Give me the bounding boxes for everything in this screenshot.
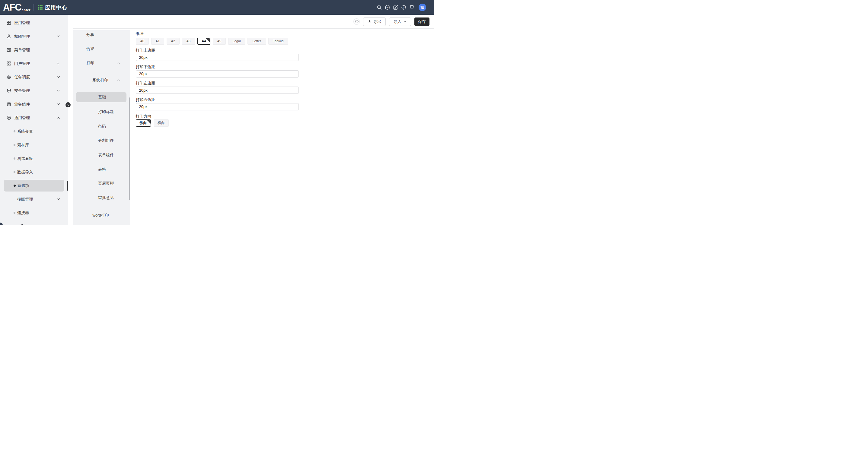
- sidebar-item-label: 安全管理: [14, 88, 30, 94]
- margin-left-label: 打印左边距: [136, 81, 434, 86]
- direction-landscape[interactable]: 横向: [154, 120, 169, 127]
- margin-bottom-input[interactable]: [136, 70, 299, 77]
- direction-label: 纵向: [140, 120, 147, 126]
- submenu-item-alert[interactable]: 告警: [86, 46, 94, 52]
- svg-text:AI: AI: [386, 6, 389, 8]
- sidebar-subitem-label: 模版管理: [17, 197, 33, 202]
- help-icon[interactable]: ?: [401, 4, 406, 10]
- paper-size-a3[interactable]: A3: [182, 38, 195, 45]
- paper-size-a4-selected[interactable]: A4: [197, 38, 211, 45]
- sidebar-subitem-label: 测试看板: [17, 156, 33, 161]
- content-area: 导出 导入 保存 分享 告警 打印: [68, 15, 434, 225]
- search-icon[interactable]: [376, 4, 382, 10]
- chevron-up-icon[interactable]: [117, 62, 120, 64]
- chevron-up-icon[interactable]: [117, 79, 120, 81]
- paper-size-letter[interactable]: Letter: [247, 38, 266, 45]
- submenu-item-split-component[interactable]: 分割组件: [98, 137, 114, 143]
- submenu-item-basic[interactable]: 基础: [98, 94, 106, 100]
- sidebar-item-label: 业务组件: [14, 102, 30, 107]
- check-icon: [148, 120, 150, 123]
- save-button[interactable]: 保存: [414, 18, 430, 26]
- user-avatar[interactable]: 租: [418, 4, 426, 11]
- download-icon: [368, 20, 372, 24]
- sidebar-item-security-management[interactable]: 安全管理: [0, 84, 68, 97]
- settings-submenu-panel: 分享 告警 打印 系统打印 基础 打印标题 条码 分割组件 表单组件 表格: [73, 30, 130, 225]
- sidebar-subitem-test-dashboard[interactable]: 测试看板: [0, 152, 68, 165]
- top-header: AFC enter 应用中心 AI: [0, 0, 434, 15]
- primary-sidebar: 应用管理 权限管理 菜单管理: [0, 15, 68, 225]
- refresh-icon: [354, 20, 359, 24]
- sidebar-item-label: 菜单管理: [14, 47, 30, 53]
- submenu-item-table[interactable]: 表格: [98, 166, 106, 172]
- import-button[interactable]: 导入: [389, 18, 411, 26]
- refresh-button[interactable]: [353, 19, 360, 25]
- submenu-item-header-footer[interactable]: 页眉页脚: [98, 180, 114, 186]
- chevron-down-icon: [57, 103, 60, 105]
- paper-size-legal[interactable]: Legal: [228, 38, 245, 45]
- sidebar-scrollbar-thumb[interactable]: [67, 181, 68, 191]
- header-divider: [33, 4, 34, 10]
- submenu-item-word-print[interactable]: word打印: [93, 212, 109, 218]
- margin-top-input[interactable]: [136, 54, 299, 61]
- margin-right-input[interactable]: [136, 103, 299, 110]
- sidebar-item-portal-management[interactable]: 门户管理: [0, 57, 68, 70]
- sidebar-subitem-system-variables[interactable]: 系统变量: [0, 125, 68, 138]
- chevron-up-icon: [57, 117, 60, 119]
- page-toolbar: 导出 导入 保存: [68, 15, 434, 29]
- ai-assistant-icon[interactable]: AI: [384, 4, 390, 10]
- submenu-item-form-component[interactable]: 表单组件: [98, 152, 114, 158]
- sidebar-item-permission-management[interactable]: 权限管理: [0, 30, 68, 43]
- sidebar-item-business-components[interactable]: 业务组件: [0, 97, 68, 111]
- afcenter-logo[interactable]: AFC enter: [3, 1, 30, 14]
- sidebar-item-label: 应用管理: [14, 20, 30, 26]
- sidebar-item-task-scheduling[interactable]: 任务调度: [0, 70, 68, 84]
- sidebar-subitem-connectors[interactable]: 连接器: [0, 206, 68, 220]
- paper-size-tabloid[interactable]: Tabloid: [268, 38, 288, 45]
- bullet-icon: [13, 171, 16, 173]
- margin-bottom-label: 打印下边距: [136, 64, 434, 70]
- bullet-icon: [13, 130, 16, 132]
- export-button[interactable]: 导出: [363, 18, 386, 26]
- sidebar-subitem-material-library[interactable]: 素材库: [0, 138, 68, 152]
- bullet-icon: [13, 144, 16, 146]
- chevron-down-icon: [403, 21, 406, 23]
- sidebar-subitem-template-management[interactable]: 模版管理: [0, 192, 68, 206]
- chevron-down-icon: [57, 76, 60, 78]
- paper-size-a1[interactable]: A1: [151, 38, 164, 45]
- direction-portrait-selected[interactable]: 纵向: [136, 120, 151, 127]
- sidebar-item-menu-management[interactable]: 菜单管理: [0, 43, 68, 57]
- paper-size-a0[interactable]: A0: [136, 38, 149, 45]
- submenu-item-barcode[interactable]: 条码: [98, 123, 106, 129]
- chevron-down-icon: [57, 198, 60, 200]
- sidebar-item-label: 通用管理: [14, 115, 30, 121]
- margin-right-label: 打印右边距: [136, 97, 434, 102]
- submenu-item-print[interactable]: 打印: [86, 60, 94, 66]
- print-settings-form: 纸张 A0 A1 A2 A3 A4 A5 Legal: [130, 29, 434, 225]
- app-shell: 应用管理 权限管理 菜单管理: [0, 15, 434, 225]
- submenu-item-share[interactable]: 分享: [86, 32, 94, 38]
- apps-icon: [7, 21, 11, 25]
- sidebar-subitem-label: 连接器: [17, 210, 29, 216]
- submenu-item-system-print[interactable]: 系统打印: [93, 77, 108, 83]
- paper-size-a2[interactable]: A2: [166, 38, 180, 45]
- margin-left-field-group: 打印左边距: [136, 81, 434, 94]
- paper-size-a5[interactable]: A5: [213, 38, 226, 45]
- sidebar-subitem-label: 数据导入: [17, 169, 33, 175]
- sidebar-subitem-data-import[interactable]: 数据导入: [0, 165, 68, 179]
- print-direction-label: 打印方向: [136, 114, 434, 119]
- sidebar-item-app-management[interactable]: 应用管理: [0, 16, 68, 30]
- shield-plus-icon: [7, 88, 11, 93]
- submenu-item-print-title[interactable]: 打印标题: [98, 109, 114, 115]
- sidebar-subitem-preferences[interactable]: 首选项: [4, 180, 64, 192]
- margin-left-input[interactable]: [136, 87, 299, 94]
- robot-icon: [7, 75, 11, 79]
- submenu-item-approval-comments[interactable]: 审批意见: [98, 195, 114, 201]
- margin-top-label: 打印上边距: [136, 47, 434, 53]
- sidebar-collapse-button[interactable]: [65, 102, 71, 107]
- notifications-bell-icon[interactable]: [409, 4, 415, 10]
- sidebar-subitem-label: 首选项: [18, 183, 29, 189]
- feedback-edit-icon[interactable]: [393, 4, 398, 10]
- sidebar-item-general-management[interactable]: 通用管理: [0, 111, 68, 125]
- app-center-title: 应用中心: [45, 4, 67, 11]
- component-icon: [7, 102, 11, 106]
